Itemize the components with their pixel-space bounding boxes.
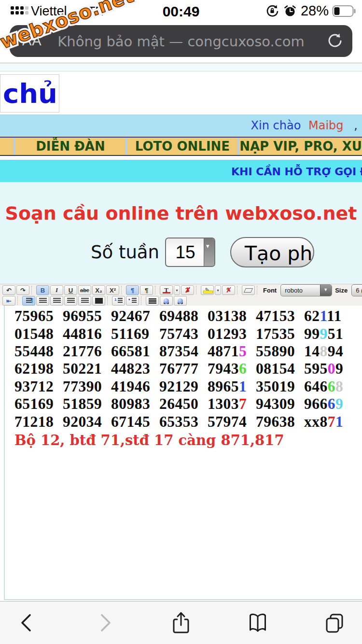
page-title: Soạn cầu online trên webxoso.net <box>0 203 362 224</box>
create-template-button[interactable]: Tạo phôi <box>230 237 314 267</box>
number-cell: 87354 <box>159 343 208 360</box>
remove-highlight-icon[interactable]: ✎ <box>222 285 235 295</box>
number-cell: 57974 <box>208 413 256 431</box>
align-left-icon[interactable] <box>36 296 49 306</box>
forward-button <box>92 611 116 635</box>
share-icon <box>174 613 188 633</box>
number-cell: 92467 <box>111 308 159 325</box>
highlight-color-icon[interactable]: ✎ <box>201 285 214 295</box>
italic-icon[interactable]: I <box>50 285 63 295</box>
number-cell: 75965 <box>14 308 63 325</box>
font-select[interactable]: roboto <box>280 284 332 296</box>
number-cell: 75743 <box>159 325 208 343</box>
bookmarks-icon <box>251 615 265 631</box>
reload-icon[interactable] <box>326 32 344 50</box>
paragraph-ltr-icon[interactable]: ¶ <box>126 285 139 295</box>
number-cell: 77390 <box>63 378 111 395</box>
nav-item-loto-online[interactable]: LOTO ONLINE <box>127 138 237 155</box>
bookmarks-button[interactable] <box>246 611 270 635</box>
number-cell: 26450 <box>159 395 208 413</box>
number-cell: 14894 <box>304 343 352 360</box>
size-select[interactable]: 6 (24 p <box>351 284 362 296</box>
tabs-button[interactable] <box>322 611 347 635</box>
toolbar-separator <box>17 296 20 305</box>
emoticon-icon[interactable] <box>160 296 173 306</box>
justify-dark-icon[interactable] <box>92 296 105 306</box>
size-label: Size <box>335 287 348 294</box>
undo-icon[interactable]: ↶ <box>2 285 15 295</box>
username-link[interactable]: Maibg <box>308 119 344 132</box>
underline-icon[interactable]: U <box>64 285 77 295</box>
back-button[interactable] <box>15 611 40 635</box>
nav-item-dien-dan[interactable]: DIỄN ĐÀN <box>15 138 125 155</box>
toolbar-separator <box>196 286 199 294</box>
subscript-icon[interactable]: X₂ <box>92 285 105 295</box>
rotation-lock-icon <box>265 4 279 18</box>
number-cell: 44823 <box>111 360 159 378</box>
number-row: 75965969559246769488031384715362111 <box>5 308 362 325</box>
number-cell: 13037 <box>208 395 256 413</box>
number-cell: 67145 <box>111 413 159 431</box>
number-cell: 48715 <box>208 343 256 360</box>
number-cell: 64668 <box>304 378 352 395</box>
special-char-icon[interactable] <box>174 296 187 306</box>
align-center-icon[interactable] <box>50 296 63 306</box>
back-icon <box>22 615 30 630</box>
ordered-list-icon[interactable] <box>112 296 125 306</box>
nav-stub[interactable] <box>0 138 14 155</box>
compose-section: Soạn cầu online trên webxoso.net Số tuần… <box>0 182 362 284</box>
number-cell: 62198 <box>14 360 63 378</box>
url-text[interactable]: Không bảo mật — congcuxoso.com <box>10 33 352 50</box>
number-row: 01548448165116975743012931753599951 <box>5 325 362 342</box>
number-cell: 66581 <box>111 343 159 360</box>
unordered-list-icon[interactable] <box>126 296 139 306</box>
font-label: Font <box>263 287 277 294</box>
week-count-value: 15 <box>166 242 205 263</box>
select-dropdown-icon <box>320 285 332 296</box>
strikethrough-icon[interactable]: abe <box>78 285 91 295</box>
toolbar-separator <box>107 296 110 305</box>
number-cell: 76777 <box>159 360 208 378</box>
toolbar-separator <box>257 286 260 294</box>
indent-icon[interactable]: ⇤ <box>2 296 15 306</box>
horizontal-rule-icon[interactable] <box>146 296 159 306</box>
highlight-dropdown-icon[interactable]: ▾ <box>215 285 221 295</box>
number-cell: 93712 <box>14 378 63 395</box>
number-cell: 51169 <box>111 325 159 343</box>
battery-icon <box>332 4 356 18</box>
number-cell: 79638 <box>256 413 304 431</box>
number-cell: 89651 <box>208 378 256 395</box>
number-cell: 80983 <box>111 395 159 413</box>
number-cell: 96669 <box>304 395 352 413</box>
number-cell: 47153 <box>256 308 304 325</box>
page-top-divider <box>0 71 362 71</box>
number-cell: 55890 <box>256 343 304 360</box>
number-cell: 94309 <box>256 395 304 413</box>
toolbar-separator <box>237 286 240 294</box>
number-cell: 92034 <box>63 413 111 431</box>
number-cell: 03138 <box>208 308 256 325</box>
superscript-icon[interactable]: X² <box>106 285 119 295</box>
redo-icon[interactable]: ↷ <box>16 285 29 295</box>
bold-icon[interactable]: B <box>36 285 49 295</box>
greeting-suffix: , U <box>354 119 362 132</box>
paragraph-rtl-icon[interactable]: ¶ <box>140 285 153 295</box>
font-select-value: roboto <box>285 287 303 294</box>
justify-icon[interactable] <box>78 296 91 306</box>
eraser-icon[interactable] <box>242 285 255 295</box>
battery-percent: 28% <box>301 3 329 19</box>
number-row: 55448217766658187354487155589014894 <box>5 343 362 360</box>
number-cell: 51859 <box>63 395 111 413</box>
toolbar-separator <box>155 286 158 294</box>
justify-paragraph-icon[interactable] <box>22 296 35 306</box>
rich-text-editor[interactable]: 7596596955924676948803138471536211101548… <box>4 306 362 600</box>
align-right-icon[interactable] <box>64 296 77 306</box>
nav-item-nap-vip[interactable]: NẠP VIP, PRO, XU <box>239 138 362 155</box>
text-color-dropdown-icon[interactable]: ▾ <box>174 285 180 295</box>
share-button[interactable] <box>169 611 193 635</box>
remove-text-color-icon[interactable]: T <box>181 285 194 295</box>
toolbar-separator <box>31 286 34 294</box>
week-count-select[interactable]: 15 <box>165 238 215 267</box>
text-color-icon[interactable]: T <box>160 285 173 295</box>
number-cell: 92129 <box>159 378 208 395</box>
